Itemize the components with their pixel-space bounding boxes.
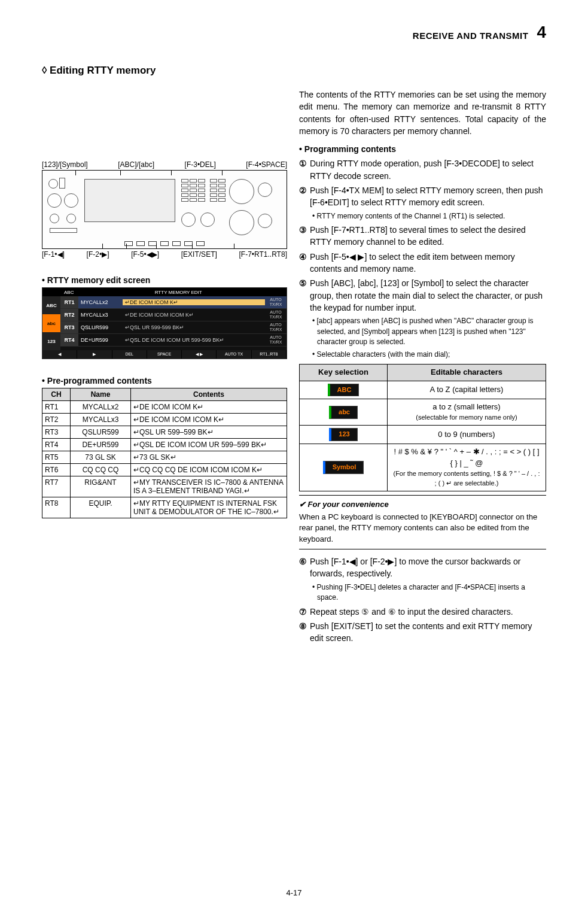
key-selection-cell: 123 [300, 426, 388, 444]
spacer [42, 89, 287, 160]
edit-row-tag: RT2 [60, 309, 78, 321]
knob-icon [50, 214, 59, 223]
step-body: Push [F-1•◀] or [F-2•▶] to move the curs… [310, 555, 546, 580]
table-row: RT4DE+UR599↵QSL DE ICOM ICOM UR 599–599 … [42, 439, 287, 451]
editable-characters-table: Key selection Editable characters ABCA t… [299, 364, 546, 491]
table-row: RT573 GL SK↵73 GL SK↵ [42, 451, 287, 464]
page-number: 4-17 [286, 888, 301, 897]
edit-screen-title-label: RTTY MEMORY EDIT [155, 290, 202, 295]
edit-screen-title: • RTTY memory edit screen [42, 275, 287, 285]
edit-row-tag: RT3 [60, 321, 78, 333]
step-number: ⑦ [299, 606, 310, 618]
table-cell: ↵MY TRANSCEIVER IS IC–7800 & ANTENNA IS … [131, 476, 287, 497]
edit-row-name: MYCALLx3 [78, 312, 123, 318]
table-cell: RT6 [42, 464, 71, 476]
table-row: RT6CQ CQ CQ↵CQ CQ CQ DE ICOM ICOM ICOM K… [42, 464, 287, 476]
edit-row-flag: AUTO TX/RX [265, 335, 287, 345]
table-cell: QSLUR599 [71, 426, 131, 439]
edit-row: RT1 MYCALLx2 ↵DE ICOM ICOM K↵ AUTO TX/RX [60, 296, 287, 309]
step-number: ② [299, 184, 310, 209]
edit-row-name: DE+UR599 [78, 337, 123, 343]
table-cell: RT3 [42, 426, 71, 439]
table-cell: RT7 [42, 476, 71, 497]
rtty-edit-screenshot: ABC RTTY MEMORY EDIT ABC abc 123 RT1 MYC… [42, 287, 287, 359]
pre-th: CH [42, 388, 71, 401]
table-cell: ↵DE ICOM ICOM K↵ [131, 401, 287, 414]
knob-icon [229, 179, 254, 204]
softkey-label: AUTO TX [217, 350, 251, 359]
step-body: During RTTY mode operation, push [F-3•DE… [310, 157, 546, 182]
knob-icon [66, 214, 76, 223]
key-pill: Symbol [323, 461, 364, 474]
edit-row-tag: RT1 [60, 296, 78, 308]
step-number: ⑥ [299, 555, 310, 580]
radio-panel-figure [42, 170, 287, 249]
leader-line [75, 171, 76, 175]
step-item: ⑦Repeat steps ⑤ and ⑥ to input the desir… [299, 606, 546, 618]
softkey-label: ◀ [42, 350, 77, 359]
knob-icon [181, 212, 196, 227]
edit-screen-rows: RT1 MYCALLx2 ↵DE ICOM ICOM K↵ AUTO TX/RX… [60, 296, 287, 350]
table-cell: DE+UR599 [71, 439, 131, 451]
knob-icon [200, 212, 215, 227]
leader-line [102, 244, 103, 248]
pre-table-title: • Pre-programmed contents [42, 376, 287, 385]
table-cell: EQUIP. [71, 497, 131, 518]
step-number: ⑧ [299, 620, 310, 645]
step-number: ④ [299, 251, 310, 275]
step-number: ⑤ [299, 277, 310, 314]
table-row: RT1MYCALLx2↵DE ICOM ICOM K↵ [42, 401, 287, 414]
edit-row-flag: AUTO TX/RX [265, 310, 287, 320]
figure-labels-top: [123]/[Symbol] [ABC]/[abc] [F-3•DEL] [F-… [42, 160, 287, 169]
knob-icon [47, 193, 62, 208]
table-cell: RT8 [42, 497, 71, 518]
edit-screen-header: ABC RTTY MEMORY EDIT [42, 288, 287, 296]
step-note: • RTTY memory contents of the Channel 1 … [310, 211, 546, 221]
key-pill: abc [329, 406, 358, 419]
left-tab: 123 [42, 332, 60, 350]
table-cell: RT2 [42, 414, 71, 426]
table-cell: 73 GL SK [71, 451, 131, 464]
step-note: • [abc] appears when [ABC] is pushed whe… [310, 316, 546, 347]
table-row: 1230 to 9 (numbers) [300, 426, 546, 444]
convenience-box: ✔ For your convenience When a PC keyboar… [299, 495, 546, 549]
editable-characters-cell: 0 to 9 (numbers) [388, 426, 546, 444]
preprogrammed-table: CH Name Contents RT1MYCALLx2↵DE ICOM ICO… [42, 388, 287, 518]
edit-row-body: ↵DE ICOM ICOM ICOM K↵ [123, 312, 265, 318]
step-item: ④Push [F-5•◀ ▶] to select the edit item … [299, 251, 546, 275]
step-item: ②Push [F-4•TX MEM] to select RTTY memory… [299, 184, 546, 209]
table-row: abca to z (small letters)(selectable for… [300, 399, 546, 426]
knob-icon [258, 214, 272, 228]
editable-characters-cell: A to Z (capital letters) [388, 381, 546, 399]
leader-line [234, 244, 234, 248]
figure-label: [F-5•◀▶] [131, 250, 159, 259]
leader-line [171, 171, 172, 175]
left-column: [123]/[Symbol] [ABC]/[abc] [F-3•DEL] [F-… [42, 89, 287, 646]
softkey-label: ◀ ▶ [182, 350, 217, 359]
step-body: Push [EXIT/SET] to set the contents and … [310, 620, 546, 645]
leader-line [156, 244, 157, 248]
edit-row: RT3 QSLUR599 ↵QSL UR 599-599 BK↵ AUTO TX… [60, 321, 287, 334]
table-cell: ↵QSL UR 599–599 BK↵ [131, 426, 287, 439]
knob-icon [258, 183, 272, 197]
leader-line [120, 171, 121, 175]
table-row: ABCA to Z (capital letters) [300, 381, 546, 399]
figure-label: [F-1•◀] [42, 250, 65, 259]
step-item: ①During RTTY mode operation, push [F-3•D… [299, 157, 546, 182]
table-row: RT7RIG&ANT↵MY TRANSCEIVER IS IC–7800 & A… [42, 476, 287, 497]
char-th: Editable characters [388, 364, 546, 381]
pre-th: Contents [131, 388, 287, 401]
button-grid [210, 179, 226, 202]
header-section: RECEIVE AND TRANSMIT [413, 31, 529, 41]
step-body: Push [F-5•◀ ▶] to select the edit item b… [310, 251, 546, 275]
left-tab: ABC [42, 296, 60, 314]
page-header: RECEIVE AND TRANSMIT 4 [42, 24, 546, 41]
steps-list-after: ⑥Push [F-1•◀] or [F-2•▶] to move the cur… [299, 555, 546, 644]
intro-paragraph: The contents of the RTTY memories can be… [299, 89, 546, 137]
key-selection-cell: ABC [300, 381, 388, 399]
step-note: • Pushing [F-3•DEL] deletes a character … [310, 582, 546, 603]
table-cell: ↵CQ CQ CQ DE ICOM ICOM ICOM K↵ [131, 464, 287, 476]
figure-label: [123]/[Symbol] [42, 160, 88, 169]
table-cell: ↵QSL DE ICOM ICOM UR 599–599 BK↵ [131, 439, 287, 451]
step-number: ① [299, 157, 310, 182]
